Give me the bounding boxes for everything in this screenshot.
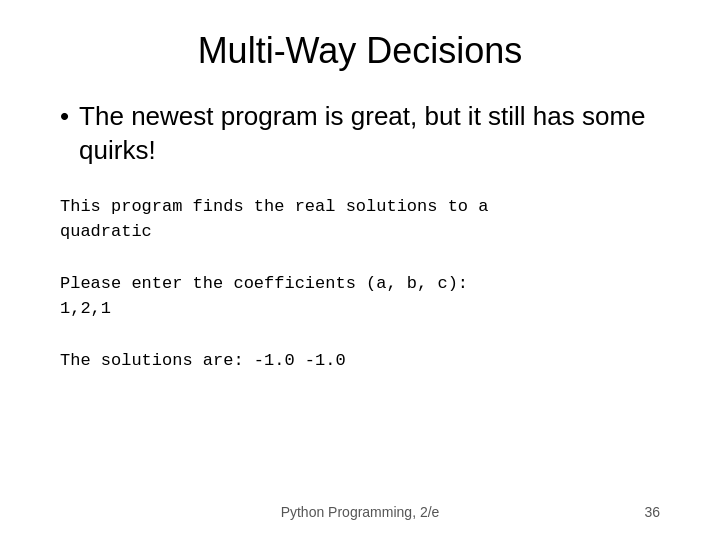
code-line: Please enter the coefficients (a, b, c): <box>60 271 660 297</box>
bullet-dot: • <box>60 100 69 134</box>
code-line: 1,2,1 <box>60 296 660 322</box>
bullet-section: • The newest program is great, but it st… <box>60 100 660 172</box>
slide-title: Multi-Way Decisions <box>60 30 660 72</box>
bullet-text: The newest program is great, but it stil… <box>79 100 660 168</box>
footer: Python Programming, 2/e 36 <box>60 494 660 520</box>
bullet-item: • The newest program is great, but it st… <box>60 100 660 168</box>
code-block-2: Please enter the coefficients (a, b, c):… <box>60 271 660 322</box>
code-line: The solutions are: -1.0 -1.0 <box>60 348 660 374</box>
code-block-3: The solutions are: -1.0 -1.0 <box>60 348 660 374</box>
footer-page: 36 <box>644 504 660 520</box>
code-line: This program finds the real solutions to… <box>60 194 660 220</box>
code-line: quadratic <box>60 219 660 245</box>
code-block-1: This program finds the real solutions to… <box>60 194 660 245</box>
slide: Multi-Way Decisions • The newest program… <box>0 0 720 540</box>
footer-label: Python Programming, 2/e <box>281 504 440 520</box>
